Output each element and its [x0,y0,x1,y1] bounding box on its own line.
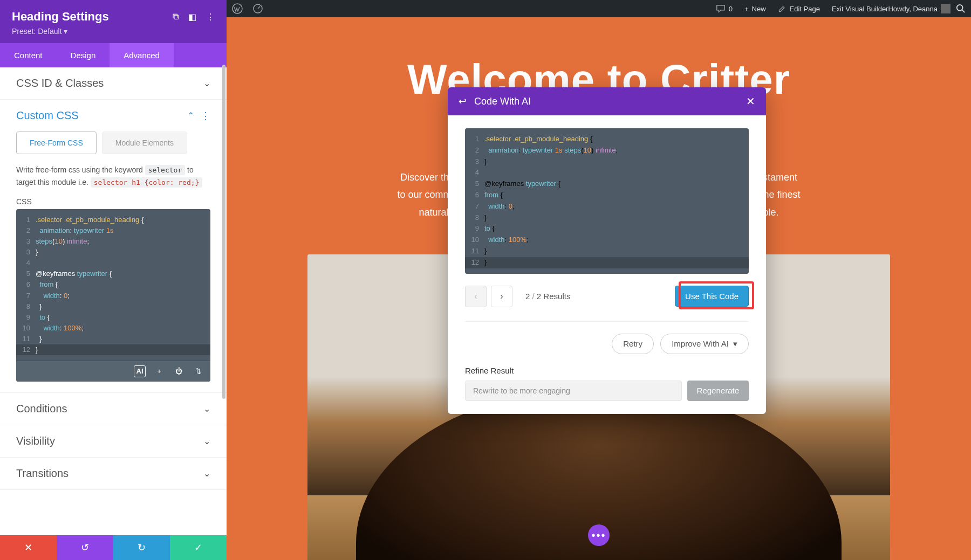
edit-page-link[interactable]: Edit Page [778,4,820,13]
section-conditions[interactable]: Conditions ⌄ [0,393,227,425]
howdy-user[interactable]: Howdy, Deanna [888,4,951,13]
chevron-down-icon: ⌄ [203,404,210,414]
sort-icon[interactable]: ⇅ [192,365,204,377]
ai-icon[interactable]: AI [134,365,146,377]
tab-design[interactable]: Design [57,43,110,67]
regenerate-button[interactable]: Regenerate [687,381,749,401]
power-icon[interactable]: ⏻ [173,365,184,377]
tab-content[interactable]: Content [0,43,57,67]
cancel-button[interactable]: ✕ [0,535,57,560]
plus-icon: + [744,5,749,13]
refine-input[interactable] [465,381,682,401]
use-this-code-button[interactable]: Use This Code [675,286,749,307]
more-icon[interactable]: ⋮ [206,12,215,22]
sidebar-title: Heading Settings [12,10,173,24]
comments-link[interactable]: 0 [716,4,733,13]
preset-picker[interactable]: Preset: Default ▾ [12,27,215,36]
editor-toolbar: AI + ⏻ ⇅ [16,361,210,382]
dock-icon[interactable]: ◧ [188,12,196,22]
wp-admin-bar: 0 +New Edit Page Exit Visual Builder How… [227,0,971,17]
caret-down-icon: ▾ [733,339,737,349]
close-icon[interactable]: ✕ [746,95,755,108]
section-css-id[interactable]: CSS ID & Classes ⌄ [0,67,227,99]
back-icon[interactable]: ↩ [459,95,467,107]
retry-button[interactable]: Retry [612,334,654,354]
subtab-module[interactable]: Module Elements [102,132,187,154]
ai-code-preview[interactable]: 1.selector .et_pb_module_heading { 2 ani… [465,128,749,274]
chevron-down-icon: ⌄ [203,468,210,479]
improve-with-ai-button[interactable]: Improve With AI▾ [660,334,749,354]
sidebar-body: CSS ID & Classes ⌄ Custom CSS ⌃ ⋮ Free-F… [0,67,227,535]
section-menu-icon[interactable]: ⋮ [201,110,210,122]
tab-advanced[interactable]: Advanced [110,43,174,67]
chevron-down-icon: ⌄ [203,436,210,446]
search-icon[interactable] [956,4,966,13]
chevron-up-icon: ⌃ [187,110,194,121]
page-fab-more[interactable]: ••• [588,524,610,546]
prev-result-button[interactable]: ‹ [465,286,487,307]
sidebar-scrollbar[interactable] [222,65,225,535]
help-text: Write free-form css using the keyword se… [16,164,210,189]
sidebar-tabs: Content Design Advanced [0,43,227,67]
section-custom-css[interactable]: Custom CSS ⌃ ⋮ [0,100,227,132]
section-visibility[interactable]: Visibility ⌄ [0,425,227,457]
sidebar-footer: ✕ ↺ ↻ ✓ [0,535,227,560]
exit-builder-link[interactable]: Exit Visual Builder [832,5,888,13]
focus-icon[interactable]: ⧉ [173,12,179,22]
dialog-header: ↩ Code With AI ✕ [448,87,766,115]
section-transitions[interactable]: Transitions ⌄ [0,458,227,489]
redo-button[interactable]: ↻ [113,535,170,560]
refine-label: Refine Result [465,366,749,375]
wp-logo-icon[interactable] [232,3,243,14]
next-result-button[interactable]: › [491,286,512,307]
avatar [941,4,951,13]
plus-icon[interactable]: + [153,365,165,377]
code-with-ai-dialog: ↩ Code With AI ✕ 1.selector .et_pb_modul… [448,87,766,414]
css-field-label: CSS [16,197,210,206]
save-button[interactable]: ✓ [170,535,227,560]
undo-button[interactable]: ↺ [57,535,113,560]
new-link[interactable]: +New [744,5,766,13]
sidebar-header: Heading Settings ⧉ ◧ ⋮ Preset: Default ▾ [0,0,227,43]
svg-point-0 [233,4,242,13]
svg-point-2 [957,5,963,11]
css-code-editor[interactable]: 1.selector .et_pb_module_heading { 2 ani… [16,209,210,382]
chevron-down-icon: ⌄ [203,78,210,88]
result-count: 2 / 2 Results [525,292,570,301]
dashboard-icon[interactable] [252,3,263,14]
settings-sidebar: Heading Settings ⧉ ◧ ⋮ Preset: Default ▾… [0,0,227,560]
subtab-freeform[interactable]: Free-Form CSS [16,132,97,154]
